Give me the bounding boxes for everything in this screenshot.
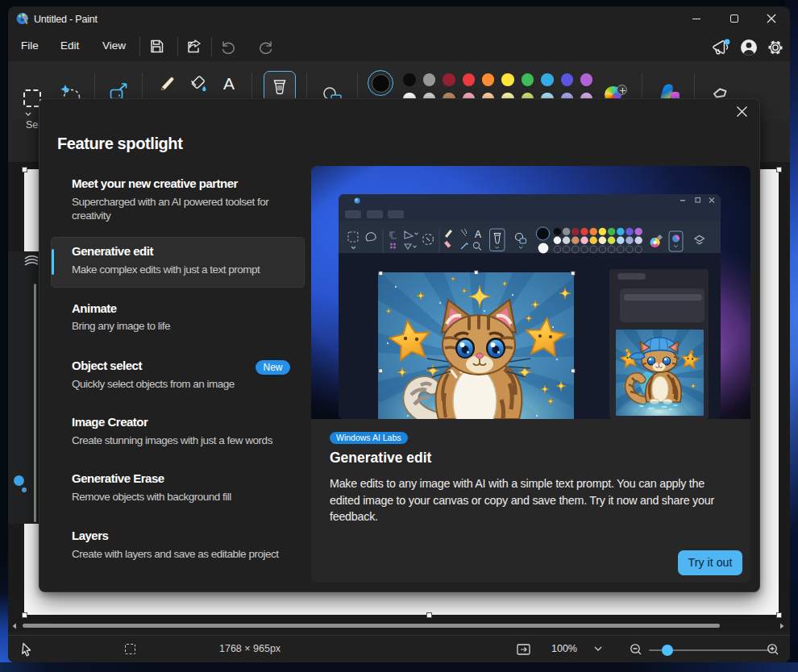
- svg-text:A: A: [475, 229, 481, 240]
